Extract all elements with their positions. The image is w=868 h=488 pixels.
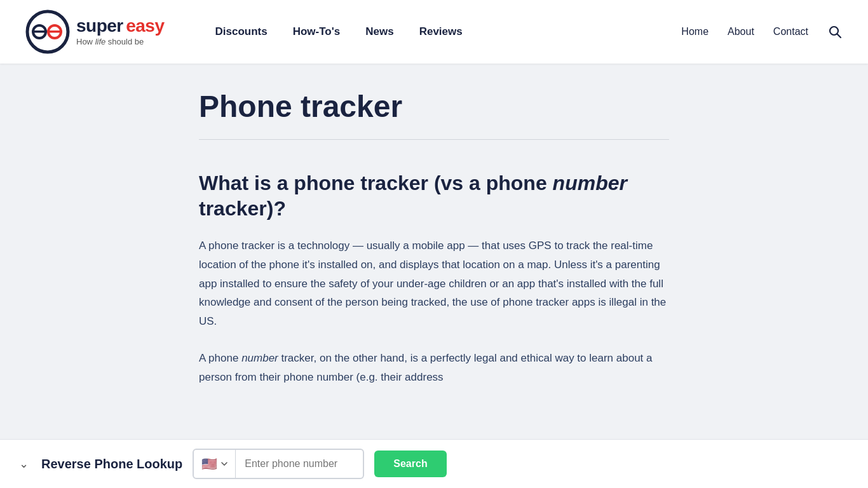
site-header: super easy How life should be Discounts … bbox=[0, 0, 868, 64]
section-heading-italic: number bbox=[553, 172, 627, 194]
phone-input-wrapper: 🇺🇸 bbox=[193, 449, 364, 479]
nav-item-home[interactable]: Home bbox=[681, 26, 709, 37]
site-logo[interactable]: super easy How life should be bbox=[25, 10, 165, 54]
section-heading-text-end: tracker)? bbox=[199, 197, 286, 220]
logo-brand-name: super easy bbox=[76, 17, 165, 36]
paragraph-1: A phone tracker is a technology — usuall… bbox=[199, 236, 669, 331]
article-body: Phone tracker What is a phone tracker (v… bbox=[199, 89, 669, 386]
main-content: Phone tracker What is a phone tracker (v… bbox=[53, 64, 815, 430]
nav-item-contact[interactable]: Contact bbox=[773, 26, 808, 37]
page-title: Phone tracker bbox=[199, 89, 669, 124]
logo-tagline: How life should be bbox=[76, 37, 165, 46]
search-button[interactable] bbox=[827, 24, 843, 39]
svg-rect-4 bbox=[48, 30, 61, 33]
logo-svg bbox=[25, 10, 70, 54]
chevron-down-icon bbox=[221, 462, 227, 466]
svg-rect-2 bbox=[33, 30, 46, 33]
paragraph-2-italic: number bbox=[241, 352, 278, 364]
main-navigation: Discounts How-To's News Reviews bbox=[203, 19, 682, 44]
nav-item-about[interactable]: About bbox=[728, 26, 754, 37]
phone-number-input[interactable] bbox=[236, 452, 363, 476]
nav-item-reviews[interactable]: Reviews bbox=[407, 19, 475, 44]
reverse-lookup-title: Reverse Phone Lookup bbox=[41, 457, 182, 471]
nav-item-news[interactable]: News bbox=[353, 19, 406, 44]
flag-icon: 🇺🇸 bbox=[201, 456, 217, 471]
logo-super: super bbox=[76, 16, 123, 36]
logo-easy: easy bbox=[126, 16, 164, 36]
nav-item-howtos[interactable]: How-To's bbox=[280, 19, 353, 44]
section-heading-text-plain: What is a phone tracker (vs a phone bbox=[199, 172, 553, 194]
logo-text: super easy How life should be bbox=[76, 17, 165, 46]
collapse-arrow[interactable]: ⌄ bbox=[19, 457, 29, 471]
paragraph-2: A phone number tracker, on the other han… bbox=[199, 349, 669, 387]
nav-item-discounts[interactable]: Discounts bbox=[203, 19, 280, 44]
svg-line-6 bbox=[837, 34, 841, 38]
search-submit-button[interactable]: Search bbox=[374, 451, 446, 477]
search-icon bbox=[827, 24, 843, 39]
reverse-lookup-widget: Reverse Phone Lookup 🇺🇸 Search bbox=[41, 449, 447, 479]
section-divider bbox=[199, 139, 669, 140]
country-flag[interactable]: 🇺🇸 bbox=[194, 450, 236, 478]
right-navigation: Home About Contact bbox=[681, 24, 843, 39]
bottom-bar: ⌄ Reverse Phone Lookup 🇺🇸 Search bbox=[0, 439, 868, 488]
paragraph-2-start: A phone bbox=[199, 352, 241, 364]
section-heading: What is a phone tracker (vs a phone numb… bbox=[199, 170, 669, 221]
